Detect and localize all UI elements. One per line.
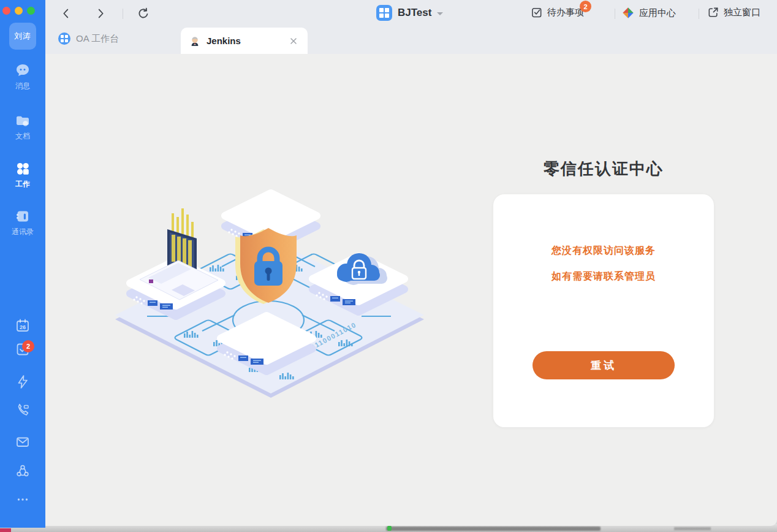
app-center-label: 应用中心 (639, 7, 676, 19)
background-window-text-smudge (386, 526, 601, 531)
org-network-button[interactable] (15, 463, 31, 479)
topbar: BJTest 待办事项 2 应用中心 (45, 0, 777, 28)
toolbar-divider (699, 9, 699, 19)
quick-actions-button[interactable] (15, 374, 31, 390)
more-button[interactable] (15, 492, 31, 507)
sidebar: 刘涛 消息 文档 工作 (0, 0, 45, 528)
tab-oa-workbench[interactable]: OA 工作台 (58, 32, 119, 45)
open-in-window-icon (707, 6, 719, 18)
sidebar-item-work[interactable]: 工作 (0, 161, 45, 189)
minimize-window-button[interactable] (15, 7, 23, 15)
background-window-red-fragment (0, 528, 11, 532)
calendar-button[interactable]: 26 (15, 317, 31, 333)
mail-icon (15, 434, 31, 450)
app-center-icon (621, 6, 635, 20)
video-call-icon (15, 403, 31, 419)
docs-folder-icon (15, 113, 31, 129)
back-button[interactable] (58, 5, 75, 22)
close-tab-button[interactable] (288, 36, 299, 47)
background-window-text-smudge (674, 527, 711, 530)
chevron-down-icon (437, 12, 443, 15)
sidebar-item-label: 工作 (0, 179, 45, 189)
tasks-badge: 2 (22, 340, 34, 352)
sidebar-item-label: 通讯录 (0, 227, 45, 237)
lightning-icon (15, 374, 31, 390)
page-title: 零信任认证中心 (493, 158, 714, 180)
org-network-icon (15, 463, 31, 479)
workspace-title: BJTest (398, 7, 431, 19)
background-window-green-icon (387, 526, 392, 531)
auth-message-card: 您没有权限访问该服务 如有需要请联系管理员 重试 (493, 194, 714, 427)
close-window-button[interactable] (2, 7, 10, 15)
todo-button[interactable]: 待办事项 (531, 6, 584, 18)
workspace-grid-icon (376, 5, 392, 21)
refresh-button[interactable] (135, 5, 152, 22)
calendar-day: 26 (20, 324, 26, 330)
standalone-window-label: 独立窗口 (724, 7, 760, 18)
workspace-switcher[interactable]: BJTest (376, 5, 443, 21)
sidebar-item-contacts[interactable]: 通讯录 (0, 208, 45, 237)
forward-chevron-icon (94, 7, 107, 20)
permission-denied-message: 您没有权限访问该服务 (493, 245, 714, 257)
zoom-window-button[interactable] (27, 7, 35, 15)
sidebar-item-label: 文档 (0, 131, 45, 142)
forward-button[interactable] (92, 5, 109, 22)
chat-bubble-icon (15, 63, 31, 78)
app-center-button[interactable]: 应用中心 (621, 6, 676, 20)
todo-checkbox-icon (531, 6, 543, 18)
standalone-window-button[interactable]: 独立窗口 (707, 6, 760, 18)
calendar-icon: 26 (15, 317, 31, 333)
tab-strip: OA 工作台 Jenkins (45, 28, 777, 54)
workbench-clover-icon (15, 161, 31, 177)
todo-label: 待办事项 (547, 7, 584, 18)
toolbar-divider (123, 9, 123, 19)
user-avatar[interactable]: 刘涛 (9, 23, 36, 50)
back-chevron-icon (59, 7, 73, 20)
video-call-button[interactable] (15, 403, 31, 419)
todo-badge: 2 (580, 1, 591, 12)
contacts-book-icon (15, 208, 31, 224)
tab-jenkins[interactable]: Jenkins (181, 28, 308, 54)
toolbar-divider (615, 9, 615, 19)
cloud-lock-graphic (337, 253, 387, 285)
retry-button[interactable]: 重试 (533, 351, 675, 379)
mail-button[interactable] (15, 434, 31, 450)
contact-admin-message: 如有需要请联系管理员 (493, 270, 714, 283)
workbench-grid-icon (58, 32, 70, 45)
refresh-icon (137, 7, 150, 20)
window-controls (2, 7, 35, 15)
sidebar-item-label: 消息 (0, 81, 45, 91)
sidebar-item-messages[interactable]: 消息 (0, 63, 45, 91)
close-icon (289, 36, 298, 46)
zero-trust-illustration: 0101100011010 (110, 178, 429, 405)
main-content: 0101100011010 (45, 54, 777, 526)
tab-label: OA 工作台 (76, 33, 119, 45)
sidebar-item-docs[interactable]: 文档 (0, 113, 45, 142)
jenkins-butler-icon (189, 36, 200, 47)
tab-label: Jenkins (207, 36, 282, 46)
more-ellipsis-icon (15, 492, 31, 507)
